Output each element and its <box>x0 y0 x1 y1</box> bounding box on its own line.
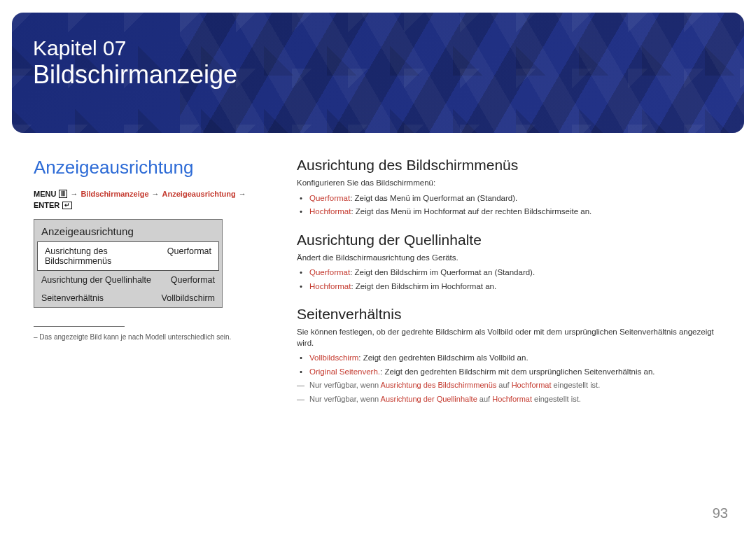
term: Original Seitenverh. <box>309 367 380 376</box>
panel-row-value: Querformat <box>167 246 211 266</box>
bullet-item: Hochformat: Zeigt den Bildschirm im Hoch… <box>307 281 729 293</box>
subsection-desc: Sie können festlegen, ob der gedrehte Bi… <box>297 327 729 349</box>
term: Hochformat <box>309 282 351 290</box>
panel-row-value: Querformat <box>171 275 215 285</box>
footnote-divider <box>34 326 125 327</box>
note-line: ― Nur verfügbar, wenn Ausrichtung des Bi… <box>297 380 729 391</box>
bullet-item: Original Seitenverh.: Zeigt den gedrehte… <box>307 367 729 378</box>
dash-icon: ― <box>297 381 304 389</box>
dash-icon: ― <box>297 395 304 403</box>
note-term: Ausrichtung der Quellinhalte <box>381 395 477 403</box>
subsection-title: Ausrichtung der Quellinhalte <box>297 232 729 248</box>
subsection-title: Seitenverhältnis <box>297 306 729 323</box>
menu-breadcrumb: MENU Ⅲ → Bildschirmanzeige → Anzeigeausr… <box>34 190 272 209</box>
chapter-number: Kapitel 07 <box>33 36 237 61</box>
arrow-icon: → <box>70 190 78 198</box>
chapter-title: Bildschirmanzeige <box>33 61 237 89</box>
panel-row-value: Vollbildschirm <box>162 293 215 303</box>
banner-text: Kapitel 07 Bildschirmanzeige <box>33 36 237 88</box>
breadcrumb-item: Anzeigeausrichtung <box>162 190 236 198</box>
subsection-desc: Konfigurieren Sie das Bildschirmmenü: <box>297 178 729 189</box>
note-pre: Nur verfügbar, wenn <box>309 381 381 389</box>
enter-icon <box>62 202 72 209</box>
note-post: eingestellt ist. <box>552 381 601 389</box>
subsection: Seitenverhältnis Sie können festlegen, o… <box>297 306 729 405</box>
subsection: Ausrichtung der Quellinhalte Ändert die … <box>297 232 729 293</box>
bullet-text: : Zeigt den Bildschirm im Hochformat an. <box>351 282 496 290</box>
breadcrumb-menu: MENU <box>34 190 56 198</box>
bullet-list: Querformat: Zeigt das Menü im Querformat… <box>297 193 729 218</box>
settings-panel: Anzeigeausrichtung Ausrichtung des Bilds… <box>34 219 223 308</box>
bullet-text: : Zeigt das Menü im Hochformat auf der r… <box>351 207 592 216</box>
arrow-icon: → <box>239 190 246 198</box>
note-term: Hochformat <box>512 381 552 389</box>
banner-decor <box>180 13 744 133</box>
term: Querformat <box>309 194 350 202</box>
bullet-text: : Zeigt das Menü im Querformat an (Stand… <box>350 194 517 202</box>
bullet-list: Vollbildschirm: Zeigt den gedrehten Bild… <box>297 353 729 377</box>
term: Querformat <box>309 268 350 276</box>
panel-row-selected[interactable]: Ausrichtung des Bildschirmmenüs Querform… <box>37 241 219 271</box>
chapter-banner: Kapitel 07 Bildschirmanzeige <box>12 13 744 133</box>
panel-row-label: Seitenverhältnis <box>41 293 104 303</box>
bullet-list: Querformat: Zeigt den Bildschirm im Quer… <box>297 267 729 292</box>
bullet-item: Vollbildschirm: Zeigt den gedrehten Bild… <box>307 353 729 364</box>
arrow-icon: → <box>152 190 160 198</box>
term: Hochformat <box>309 207 351 216</box>
note-mid: auf <box>496 381 511 389</box>
bullet-item: Querformat: Zeigt das Menü im Querformat… <box>307 193 729 204</box>
bullet-text: : Zeigt den Bildschirm im Querformat an … <box>350 268 535 276</box>
section-heading: Anzeigeausrichtung <box>34 157 272 178</box>
bullet-text: : Zeigt den gedrehten Bildschirm mit dem… <box>380 367 654 376</box>
panel-row[interactable]: Seitenverhältnis Vollbildschirm <box>34 289 222 307</box>
note-post: eingestellt ist. <box>532 395 581 403</box>
bullet-text: : Zeigt den gedrehten Bildschirm als Vol… <box>358 353 528 362</box>
breadcrumb-item: Bildschirmanzeige <box>80 190 148 198</box>
panel-title: Anzeigeausrichtung <box>34 220 222 241</box>
note-line: ― Nur verfügbar, wenn Ausrichtung der Qu… <box>297 394 729 405</box>
bullet-item: Hochformat: Zeigt das Menü im Hochformat… <box>307 206 729 218</box>
page-number: 93 <box>713 505 728 521</box>
subsection-desc: Ändert die Bildschirmausrichtung des Ger… <box>297 253 729 264</box>
subsection-title: Ausrichtung des Bildschirmmenüs <box>297 157 729 174</box>
subsection: Ausrichtung des Bildschirmmenüs Konfigur… <box>297 157 729 218</box>
note-term: Ausrichtung des Bildschirmmenüs <box>381 381 497 389</box>
footnote-text: – Das angezeigte Bild kann je nach Model… <box>34 332 272 342</box>
note-mid: auf <box>477 395 492 403</box>
term: Vollbildschirm <box>309 353 358 362</box>
menu-icon: Ⅲ <box>59 190 67 198</box>
breadcrumb-enter: ENTER <box>34 201 59 209</box>
panel-row-label: Ausrichtung der Quellinhalte <box>41 275 151 285</box>
note-pre: Nur verfügbar, wenn <box>309 395 381 403</box>
bullet-item: Querformat: Zeigt den Bildschirm im Quer… <box>307 267 729 279</box>
panel-row-label: Ausrichtung des Bildschirmmenüs <box>45 246 167 266</box>
panel-row[interactable]: Ausrichtung der Quellinhalte Querformat <box>34 271 222 289</box>
note-term: Hochformat <box>492 395 532 403</box>
